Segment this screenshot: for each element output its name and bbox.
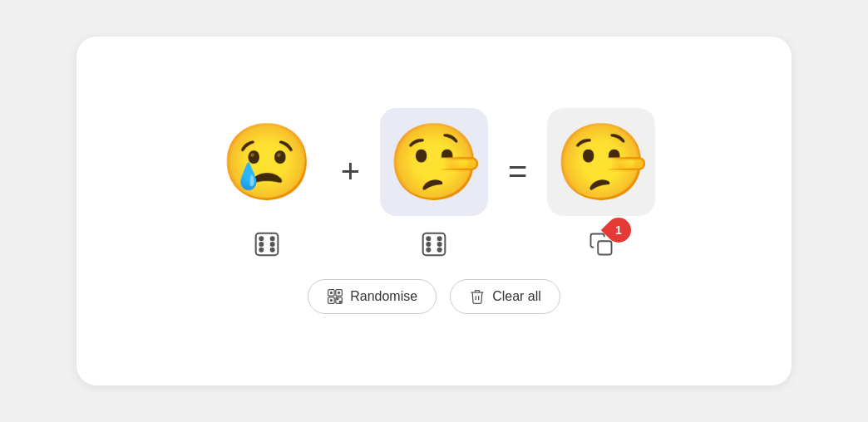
left-emoji: 😢 [220, 125, 313, 199]
svg-point-1 [259, 237, 263, 240]
result-emoji: 🤥 [555, 125, 648, 199]
svg-point-4 [270, 248, 274, 252]
badge-count: 1 [615, 223, 622, 237]
svg-rect-14 [599, 241, 612, 254]
right-emoji: 🤥 [387, 125, 481, 199]
button-row: Randomise Clear all [308, 279, 560, 314]
svg-point-12 [427, 243, 430, 246]
svg-point-20 [338, 292, 340, 293]
emoji-row: 😢 + 🤥 [213, 108, 656, 259]
left-emoji-cell: 😢 [213, 108, 321, 259]
equals-operator: = [508, 153, 527, 190]
right-emoji-cell: 🤥 [380, 108, 488, 259]
plus-operator: + [341, 153, 360, 190]
svg-point-9 [438, 237, 441, 240]
svg-point-6 [270, 243, 274, 246]
left-emoji-wrapper[interactable]: 😢 [213, 108, 321, 216]
result-emoji-wrapper[interactable]: 🤥 [547, 108, 655, 216]
svg-point-2 [270, 237, 274, 240]
copy-badge-container: 1 [586, 229, 616, 259]
dice-svg-2 [421, 231, 447, 258]
svg-point-11 [438, 248, 441, 252]
dice-svg [254, 231, 280, 258]
right-dice-icon[interactable] [419, 229, 449, 259]
emoji-mixer-card: 😢 + 🤥 [76, 37, 792, 385]
svg-point-13 [438, 243, 441, 246]
svg-point-21 [331, 300, 333, 302]
svg-point-5 [259, 243, 263, 246]
left-dice-icon[interactable] [252, 229, 282, 259]
clear-all-button[interactable]: Clear all [450, 279, 560, 314]
clear-all-label: Clear all [492, 289, 541, 304]
randomise-label: Randomise [350, 289, 417, 304]
svg-point-22 [337, 298, 338, 300]
svg-point-8 [427, 237, 430, 240]
svg-point-19 [331, 292, 333, 293]
svg-point-23 [339, 301, 341, 302]
randomise-button[interactable]: Randomise [308, 279, 436, 314]
svg-point-3 [259, 248, 263, 252]
trash-icon [469, 288, 486, 305]
result-emoji-cell: 🤥 1 [547, 108, 655, 259]
randomise-icon [327, 288, 343, 305]
right-emoji-wrapper[interactable]: 🤥 [380, 108, 488, 216]
svg-point-10 [427, 248, 430, 252]
